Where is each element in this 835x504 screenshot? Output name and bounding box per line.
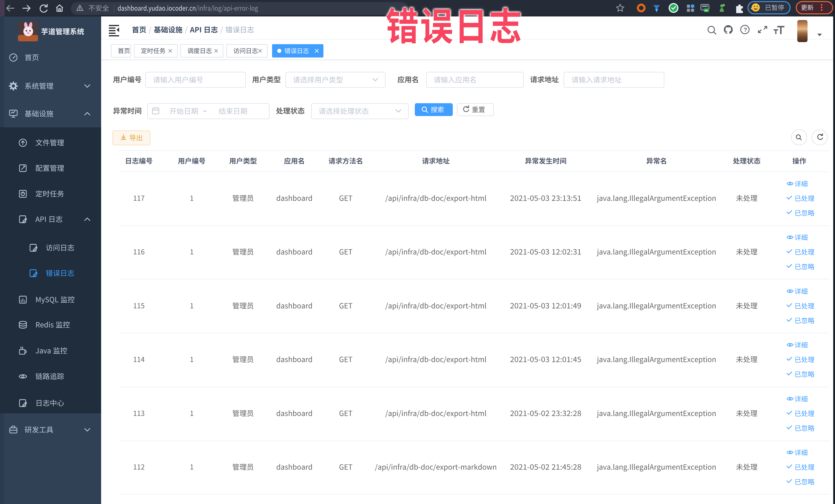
svg-text:on: on	[704, 9, 708, 12]
svg-text:?: ?	[744, 26, 747, 33]
